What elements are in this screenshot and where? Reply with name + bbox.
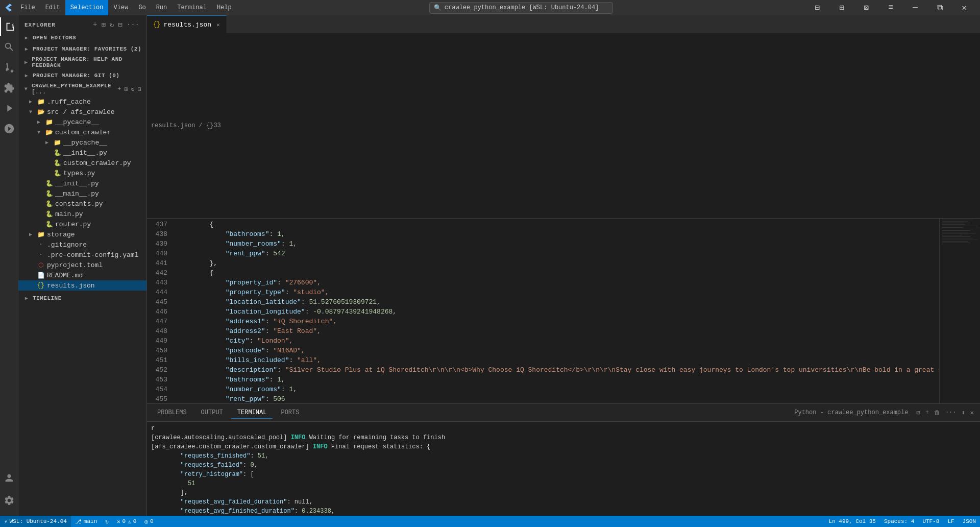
title-search-bar[interactable]: 🔍 crawlee_python_example [WSL: Ubuntu-24… [429, 2, 613, 14]
tree-item-label: README.md [47, 272, 83, 279]
add-terminal-btn[interactable]: + [923, 408, 931, 418]
menu-selection[interactable]: Selection [65, 0, 109, 15]
status-language[interactable]: JSON [959, 516, 980, 527]
activity-remote[interactable] [0, 119, 18, 138]
tree-readme[interactable]: ▶ 📄 README.md [18, 270, 146, 280]
layout-btn-1[interactable]: ⊟ [805, 0, 829, 15]
editor-area: {} results.json ✕ results.json / {}33 43… [147, 15, 980, 516]
tree-storage[interactable]: ▶ 📁 storage [18, 229, 146, 239]
folder-icon: 📁 [45, 118, 53, 126]
svg-rect-14 [942, 239, 978, 240]
tree-custom-crawler-py[interactable]: ▶ 🐍 custom_crawler.py [18, 158, 146, 168]
collapse-icon[interactable]: ⊟ [137, 85, 142, 93]
tab-close-icon[interactable]: ✕ [216, 21, 220, 28]
tree-pycache-1[interactable]: ▶ 📁 __pycache__ [18, 117, 146, 127]
menu-run[interactable]: Run [151, 0, 173, 15]
remote-icon: ⚡ [4, 518, 8, 525]
tree-item-label: __init__.py [55, 180, 99, 187]
sidebar-section-pm-git[interactable]: ▶ PROJECT MANAGER: GIT (0) [18, 70, 146, 81]
collapse-btn[interactable]: ⊟ [117, 19, 123, 30]
minimap[interactable] [939, 219, 980, 403]
menu-edit[interactable]: Edit [40, 0, 65, 15]
editor-content[interactable]: { "bathrooms": 1, "number_rooms": 1, "re… [174, 219, 939, 403]
new-folder-icon[interactable]: ⊞ [124, 85, 129, 93]
menu-view[interactable]: View [108, 0, 133, 15]
tree-pyproject-toml[interactable]: ▶ ⬡ pyproject.toml [18, 260, 146, 270]
status-spaces[interactable]: Spaces: 4 [880, 516, 918, 527]
tab-ports[interactable]: PORTS [275, 407, 305, 418]
more-terminal-btn[interactable]: ··· [943, 408, 959, 418]
status-line-ending[interactable]: LF [943, 516, 958, 527]
tree-pycache-2[interactable]: ▶ 📁 __pycache__ [18, 137, 146, 148]
tree-main2-py[interactable]: ▶ 🐍 main.py [18, 209, 146, 219]
activity-accounts[interactable] [0, 469, 18, 487]
tree-src-afs[interactable]: ▼ 📂 src / afs_crawlee [18, 107, 146, 117]
status-wsl[interactable]: ⚡ WSL: Ubuntu-24.04 [0, 516, 71, 527]
activity-search[interactable] [0, 38, 18, 56]
tree-main-py[interactable]: ▶ 🐍 __main__.py [18, 188, 146, 199]
status-errors[interactable]: ✕ 0 ⚠ 0 [113, 516, 140, 527]
sidebar-section-pm-favorites[interactable]: ▶ PROJECT MANAGER: FAVORITES (2) [18, 43, 146, 55]
new-file-btn[interactable]: + [92, 19, 98, 30]
activity-bar [0, 15, 18, 516]
tab-problems[interactable]: PROBLEMS [151, 407, 193, 418]
activity-settings[interactable] [0, 491, 18, 510]
layout-btn-3[interactable]: ⊠ [854, 0, 878, 15]
sidebar-section-timeline[interactable]: ▶ TIMELINE [18, 293, 146, 304]
tree-init-py-1[interactable]: ▶ 🐍 __init__.py [18, 148, 146, 158]
menu-file[interactable]: File [15, 0, 40, 15]
status-watch-errors[interactable]: ◎ 0 [140, 516, 157, 527]
tab-output[interactable]: OUTPUT [195, 407, 229, 418]
tab-results-json[interactable]: {} results.json ✕ [147, 15, 227, 33]
terminal-content[interactable]: r [crawlee.autoscaling.autoscaled_pool] … [147, 422, 980, 516]
svg-rect-8 [942, 230, 970, 231]
refresh-btn[interactable]: ↻ [109, 19, 115, 30]
tree-custom-crawler-folder[interactable]: ▼ 📂 custom_crawler [18, 127, 146, 137]
tree-results-json[interactable]: ▶ {} results.json [18, 280, 146, 291]
status-branch-item[interactable]: ⎇ main [71, 516, 101, 527]
more-actions-btn[interactable]: ··· [126, 19, 140, 30]
activity-explorer[interactable] [0, 17, 18, 36]
menu-terminal[interactable]: Terminal [172, 0, 212, 15]
close-panel-btn[interactable]: ✕ [968, 408, 976, 418]
chevron-down-icon: ▼ [22, 85, 30, 93]
maximize-panel-btn[interactable]: ⬆ [960, 408, 967, 418]
tab-terminal[interactable]: TERMINAL [231, 407, 273, 419]
menu-go[interactable]: Go [133, 0, 151, 15]
status-encoding[interactable]: UTF-8 [918, 516, 943, 527]
panel-label: Python - crawlee_python_example [794, 409, 908, 416]
tree-types-py[interactable]: ▶ 🐍 types.py [18, 168, 146, 178]
sidebar-section-pm-help[interactable]: ▶ PROJECT MANAGER: HELP AND FEEDBACK [18, 55, 146, 70]
panel: PROBLEMS OUTPUT TERMINAL PORTS Python - … [147, 403, 980, 516]
status-sync[interactable]: ↻ [101, 516, 113, 527]
chevron-right-icon: ▶ [22, 294, 31, 302]
activity-extensions[interactable] [0, 79, 18, 97]
new-file-icon[interactable]: + [117, 85, 122, 93]
activity-source-control[interactable] [0, 58, 18, 77]
sync-icon: ↻ [105, 518, 109, 525]
tree-init-py-2[interactable]: ▶ 🐍 __init__.py [18, 178, 146, 188]
split-terminal-btn[interactable]: ⊟ [914, 408, 922, 418]
tab-file-icon: {} [153, 21, 160, 28]
tree-ruff-cache[interactable]: ▶ 📁 .ruff_cache [18, 97, 146, 107]
sidebar-section-crawlee[interactable]: ▼ CRAWLEE_PYTHON_EXAMPLE [... + ⊞ ↻ ⊟ [18, 81, 146, 97]
minimize-btn[interactable]: — [903, 0, 927, 15]
tree-constants-py[interactable]: ▶ 🐍 constants.py [18, 199, 146, 209]
tree-gitignore[interactable]: ▶ · .gitignore [18, 239, 146, 250]
new-folder-btn[interactable]: ⊞ [100, 19, 106, 30]
sidebar-section-open-editors[interactable]: ▶ OPEN EDITORS [18, 32, 146, 43]
status-line-col[interactable]: Ln 499, Col 35 [825, 516, 880, 527]
close-btn[interactable]: ✕ [952, 0, 976, 15]
layout-btn-2[interactable]: ⊞ [830, 0, 853, 15]
svg-rect-13 [942, 238, 973, 238]
tree-router-py[interactable]: ▶ 🐍 router.py [18, 219, 146, 229]
trash-terminal-btn[interactable]: 🗑 [932, 408, 942, 418]
refresh-icon[interactable]: ↻ [130, 85, 136, 93]
layout-btn-4[interactable]: ≡ [879, 0, 902, 15]
tree-precommit[interactable]: ▶ · .pre-commit-config.yaml [18, 250, 146, 260]
menu-help[interactable]: Help [212, 0, 237, 15]
maximize-btn[interactable]: ⧉ [928, 0, 951, 15]
activity-run-debug[interactable] [0, 99, 18, 117]
section-label: PROJECT MANAGER: HELP AND FEEDBACK [32, 56, 142, 68]
terminal-line: [afs_crawlee.custom_crawler.custom_crawl… [151, 442, 976, 451]
